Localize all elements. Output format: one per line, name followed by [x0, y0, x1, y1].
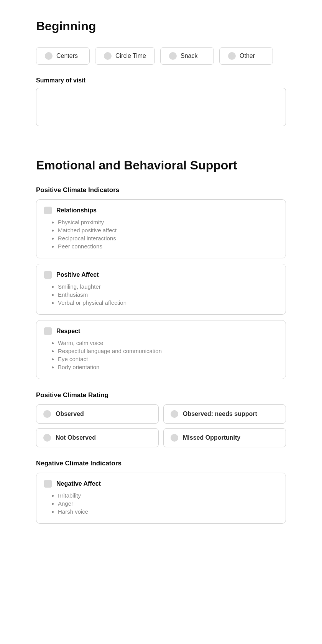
negative-affect-title: Negative Affect [56, 480, 101, 487]
rating-observed[interactable]: Observed [36, 404, 159, 424]
list-item: Respectful language and communication [58, 348, 278, 354]
list-item: Eye contact [58, 356, 278, 362]
negative-affect-header: Negative Affect [44, 480, 278, 488]
negative-affect-checkbox[interactable] [44, 480, 52, 488]
radio-circle-circle-time [104, 52, 112, 60]
respect-header: Respect [44, 327, 278, 335]
rating-label-observed: Observed [56, 411, 84, 417]
negative-climate-indicators-title: Negative Climate Indicators [36, 460, 286, 467]
relationships-title: Relationships [56, 207, 97, 214]
location-option-circle-time[interactable]: Circle Time [95, 47, 155, 65]
negative-affect-items: Irritability Anger Harsh voice [44, 492, 278, 515]
location-label-circle-time: Circle Time [115, 53, 146, 59]
summary-label: Summary of visit [36, 77, 286, 84]
positive-affect-card: Positive Affect Smiling, laughter Enthus… [36, 264, 286, 315]
location-label-other: Other [240, 53, 255, 59]
positive-climate-indicators-title: Positive Climate Indicators [36, 186, 286, 194]
positive-affect-checkbox[interactable] [44, 271, 52, 279]
location-option-centers[interactable]: Centers [36, 47, 90, 65]
respect-checkbox[interactable] [44, 327, 52, 335]
radio-circle-observed [43, 410, 51, 418]
summary-textarea[interactable] [36, 88, 286, 126]
radio-circle-centers [45, 52, 53, 60]
rating-not-observed[interactable]: Not Observed [36, 428, 159, 447]
list-item: Matched positive affect [58, 227, 278, 233]
location-label-centers: Centers [56, 53, 78, 59]
list-item: Enthusiasm [58, 291, 278, 298]
respect-items: Warm, calm voice Respectful language and… [44, 340, 278, 370]
summary-field: Summary of visit [36, 77, 286, 128]
rating-missed-opportunity[interactable]: Missed Opportunity [163, 428, 286, 447]
location-options-group: Centers Circle Time Snack Other [36, 47, 286, 65]
list-item: Peer connections [58, 243, 278, 250]
negative-climate-section: Negative Climate Indicators Negative Aff… [36, 460, 286, 524]
rating-label-not-observed: Not Observed [56, 434, 96, 441]
negative-affect-card: Negative Affect Irritability Anger Harsh… [36, 473, 286, 524]
list-item: Verbal or physical affection [58, 299, 278, 306]
relationships-header: Relationships [44, 207, 278, 214]
relationships-checkbox[interactable] [44, 207, 52, 214]
radio-circle-not-observed [43, 434, 51, 442]
location-option-other[interactable]: Other [219, 47, 273, 65]
respect-title: Respect [56, 328, 80, 335]
radio-circle-missed-opportunity [171, 434, 178, 442]
location-option-snack[interactable]: Snack [160, 47, 214, 65]
respect-card: Respect Warm, calm voice Respectful lang… [36, 320, 286, 379]
ebs-title: Emotional and Behavioral Support [36, 158, 286, 172]
radio-circle-other [228, 52, 236, 60]
rating-label-observed-needs-support: Observed: needs support [183, 411, 257, 417]
list-item: Body orientation [58, 364, 278, 370]
list-item: Irritability [58, 492, 278, 499]
positive-affect-items: Smiling, laughter Enthusiasm Verbal or p… [44, 283, 278, 306]
list-item: Physical proximity [58, 219, 278, 225]
positive-affect-header: Positive Affect [44, 271, 278, 279]
location-label-snack: Snack [181, 53, 197, 59]
list-item: Harsh voice [58, 508, 278, 515]
list-item: Reciprocal interactions [58, 235, 278, 242]
positive-climate-rating-title: Positive Climate Rating [36, 391, 286, 399]
positive-affect-title: Positive Affect [56, 271, 99, 278]
relationships-card: Relationships Physical proximity Matched… [36, 199, 286, 258]
relationships-items: Physical proximity Matched positive affe… [44, 219, 278, 250]
list-item: Anger [58, 500, 278, 507]
beginning-title: Beginning [36, 19, 286, 33]
rating-label-missed-opportunity: Missed Opportunity [183, 434, 240, 441]
radio-circle-observed-needs-support [171, 410, 178, 418]
list-item: Warm, calm voice [58, 340, 278, 346]
rating-options-grid: Observed Observed: needs support Not Obs… [36, 404, 286, 447]
radio-circle-snack [169, 52, 177, 60]
list-item: Smiling, laughter [58, 283, 278, 290]
rating-observed-needs-support[interactable]: Observed: needs support [163, 404, 286, 424]
